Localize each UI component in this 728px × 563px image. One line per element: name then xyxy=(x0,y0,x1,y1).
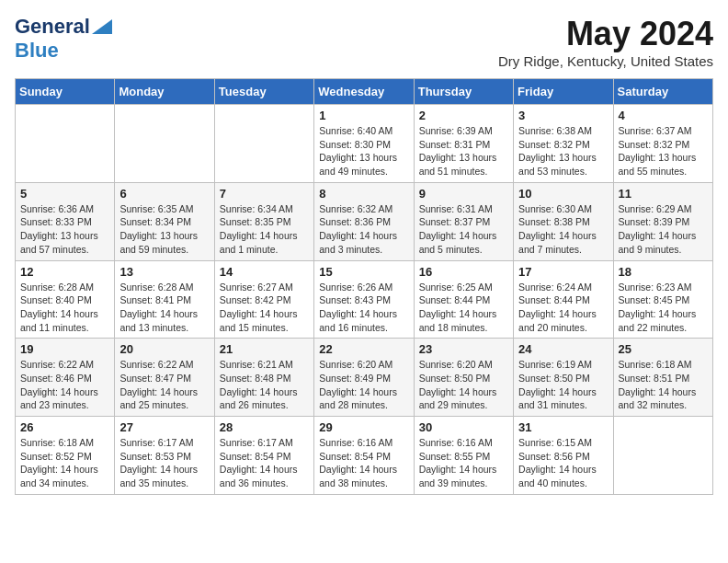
day-number: 3 xyxy=(518,109,608,122)
calendar-cell: 16Sunrise: 6:25 AMSunset: 8:44 PMDayligh… xyxy=(414,260,513,339)
day-info: Sunrise: 6:20 AMSunset: 8:50 PMDaylight:… xyxy=(419,358,508,412)
location-subtitle: Dry Ridge, Kentucky, United States xyxy=(498,53,713,69)
logo-icon xyxy=(92,19,112,34)
calendar-cell: 6Sunrise: 6:35 AMSunset: 8:34 PMDaylight… xyxy=(115,182,214,260)
calendar-cell xyxy=(613,417,712,495)
day-number: 5 xyxy=(20,187,109,201)
day-number: 15 xyxy=(319,265,408,279)
day-number: 27 xyxy=(119,420,209,434)
calendar-table: SundayMondayTuesdayWednesdayThursdayFrid… xyxy=(15,78,713,495)
day-of-week-header: Wednesday xyxy=(314,79,414,105)
day-info: Sunrise: 6:40 AMSunset: 8:30 PMDaylight:… xyxy=(319,124,408,178)
day-number: 18 xyxy=(619,265,708,279)
calendar-cell: 10Sunrise: 6:30 AMSunset: 8:38 PMDayligh… xyxy=(514,182,613,260)
calendar-cell: 28Sunrise: 6:17 AMSunset: 8:54 PMDayligh… xyxy=(214,417,313,495)
logo-blue: Blue xyxy=(15,39,59,62)
day-info: Sunrise: 6:19 AMSunset: 8:50 PMDaylight:… xyxy=(518,358,608,412)
day-number: 7 xyxy=(220,187,309,201)
calendar-cell: 2Sunrise: 6:39 AMSunset: 8:31 PMDaylight… xyxy=(414,105,513,183)
calendar-week-row: 1Sunrise: 6:40 AMSunset: 8:30 PMDaylight… xyxy=(16,105,713,183)
day-number: 1 xyxy=(319,109,408,122)
day-number: 9 xyxy=(419,187,508,201)
day-info: Sunrise: 6:24 AMSunset: 8:44 PMDaylight:… xyxy=(518,281,608,335)
calendar-cell: 26Sunrise: 6:18 AMSunset: 8:52 PMDayligh… xyxy=(16,417,115,495)
day-info: Sunrise: 6:28 AMSunset: 8:40 PMDaylight:… xyxy=(20,281,109,335)
day-info: Sunrise: 6:39 AMSunset: 8:31 PMDaylight:… xyxy=(419,124,508,178)
calendar-cell: 25Sunrise: 6:18 AMSunset: 8:51 PMDayligh… xyxy=(613,339,712,417)
day-number: 24 xyxy=(518,342,608,356)
day-number: 13 xyxy=(119,265,209,279)
calendar-cell: 11Sunrise: 6:29 AMSunset: 8:39 PMDayligh… xyxy=(613,182,712,260)
day-info: Sunrise: 6:28 AMSunset: 8:41 PMDaylight:… xyxy=(119,281,209,335)
calendar-cell: 9Sunrise: 6:31 AMSunset: 8:37 PMDaylight… xyxy=(414,182,513,260)
calendar-cell: 13Sunrise: 6:28 AMSunset: 8:41 PMDayligh… xyxy=(115,260,214,339)
calendar-cell xyxy=(16,105,115,183)
day-info: Sunrise: 6:22 AMSunset: 8:47 PMDaylight:… xyxy=(119,358,209,412)
calendar-cell: 4Sunrise: 6:37 AMSunset: 8:32 PMDaylight… xyxy=(613,105,712,183)
day-number: 8 xyxy=(319,187,408,201)
day-info: Sunrise: 6:20 AMSunset: 8:49 PMDaylight:… xyxy=(319,358,408,412)
day-number: 29 xyxy=(319,420,408,434)
day-info: Sunrise: 6:31 AMSunset: 8:37 PMDaylight:… xyxy=(419,202,508,257)
day-info: Sunrise: 6:38 AMSunset: 8:32 PMDaylight:… xyxy=(518,124,608,178)
day-of-week-header: Thursday xyxy=(414,79,513,105)
day-info: Sunrise: 6:29 AMSunset: 8:39 PMDaylight:… xyxy=(619,202,708,257)
day-number: 14 xyxy=(220,265,309,279)
day-number: 10 xyxy=(518,187,608,201)
calendar-cell: 15Sunrise: 6:26 AMSunset: 8:43 PMDayligh… xyxy=(314,260,414,339)
day-info: Sunrise: 6:27 AMSunset: 8:42 PMDaylight:… xyxy=(220,281,309,335)
calendar-cell: 29Sunrise: 6:16 AMSunset: 8:54 PMDayligh… xyxy=(314,417,414,495)
day-info: Sunrise: 6:18 AMSunset: 8:52 PMDaylight:… xyxy=(20,436,109,490)
day-of-week-header: Friday xyxy=(514,79,613,105)
day-number: 4 xyxy=(619,109,708,122)
day-info: Sunrise: 6:34 AMSunset: 8:35 PMDaylight:… xyxy=(220,202,309,257)
month-title: May 2024 xyxy=(498,15,713,53)
day-info: Sunrise: 6:17 AMSunset: 8:54 PMDaylight:… xyxy=(220,436,309,490)
day-number: 28 xyxy=(220,420,309,434)
calendar-cell: 31Sunrise: 6:15 AMSunset: 8:56 PMDayligh… xyxy=(514,417,613,495)
calendar-cell: 24Sunrise: 6:19 AMSunset: 8:50 PMDayligh… xyxy=(514,339,613,417)
day-number: 22 xyxy=(319,342,408,356)
svg-marker-0 xyxy=(92,19,112,34)
day-number: 11 xyxy=(619,187,708,201)
day-info: Sunrise: 6:35 AMSunset: 8:34 PMDaylight:… xyxy=(119,202,209,257)
day-of-week-header: Monday xyxy=(115,79,214,105)
day-info: Sunrise: 6:17 AMSunset: 8:53 PMDaylight:… xyxy=(119,436,209,490)
logo: General Blue xyxy=(15,15,112,63)
calendar-cell: 19Sunrise: 6:22 AMSunset: 8:46 PMDayligh… xyxy=(16,339,115,417)
day-info: Sunrise: 6:16 AMSunset: 8:55 PMDaylight:… xyxy=(419,436,508,490)
day-number: 30 xyxy=(419,420,508,434)
day-info: Sunrise: 6:37 AMSunset: 8:32 PMDaylight:… xyxy=(619,124,708,178)
day-info: Sunrise: 6:23 AMSunset: 8:45 PMDaylight:… xyxy=(619,281,708,335)
day-number: 31 xyxy=(518,420,608,434)
calendar-cell: 12Sunrise: 6:28 AMSunset: 8:40 PMDayligh… xyxy=(16,260,115,339)
day-number: 12 xyxy=(20,265,109,279)
title-block: May 2024 Dry Ridge, Kentucky, United Sta… xyxy=(498,15,713,69)
calendar-cell: 5Sunrise: 6:36 AMSunset: 8:33 PMDaylight… xyxy=(16,182,115,260)
day-info: Sunrise: 6:30 AMSunset: 8:38 PMDaylight:… xyxy=(518,202,608,257)
day-info: Sunrise: 6:15 AMSunset: 8:56 PMDaylight:… xyxy=(518,436,608,490)
calendar-cell: 3Sunrise: 6:38 AMSunset: 8:32 PMDaylight… xyxy=(514,105,613,183)
day-info: Sunrise: 6:16 AMSunset: 8:54 PMDaylight:… xyxy=(319,436,408,490)
calendar-cell xyxy=(214,105,313,183)
calendar-cell: 17Sunrise: 6:24 AMSunset: 8:44 PMDayligh… xyxy=(514,260,613,339)
calendar-cell: 14Sunrise: 6:27 AMSunset: 8:42 PMDayligh… xyxy=(214,260,313,339)
calendar-cell: 27Sunrise: 6:17 AMSunset: 8:53 PMDayligh… xyxy=(115,417,214,495)
calendar-week-row: 5Sunrise: 6:36 AMSunset: 8:33 PMDaylight… xyxy=(16,182,713,260)
calendar-cell: 7Sunrise: 6:34 AMSunset: 8:35 PMDaylight… xyxy=(214,182,313,260)
day-number: 19 xyxy=(20,342,109,356)
day-info: Sunrise: 6:32 AMSunset: 8:36 PMDaylight:… xyxy=(319,202,408,257)
calendar-week-row: 12Sunrise: 6:28 AMSunset: 8:40 PMDayligh… xyxy=(16,260,713,339)
day-number: 26 xyxy=(20,420,109,434)
calendar-header-row: SundayMondayTuesdayWednesdayThursdayFrid… xyxy=(16,79,713,105)
logo-general: General xyxy=(15,15,90,39)
calendar-cell: 1Sunrise: 6:40 AMSunset: 8:30 PMDaylight… xyxy=(314,105,414,183)
day-of-week-header: Tuesday xyxy=(214,79,313,105)
day-info: Sunrise: 6:22 AMSunset: 8:46 PMDaylight:… xyxy=(20,358,109,412)
day-info: Sunrise: 6:21 AMSunset: 8:48 PMDaylight:… xyxy=(220,358,309,412)
day-number: 25 xyxy=(619,342,708,356)
day-number: 20 xyxy=(119,342,209,356)
calendar-cell: 8Sunrise: 6:32 AMSunset: 8:36 PMDaylight… xyxy=(314,182,414,260)
day-info: Sunrise: 6:26 AMSunset: 8:43 PMDaylight:… xyxy=(319,281,408,335)
calendar-cell: 22Sunrise: 6:20 AMSunset: 8:49 PMDayligh… xyxy=(314,339,414,417)
